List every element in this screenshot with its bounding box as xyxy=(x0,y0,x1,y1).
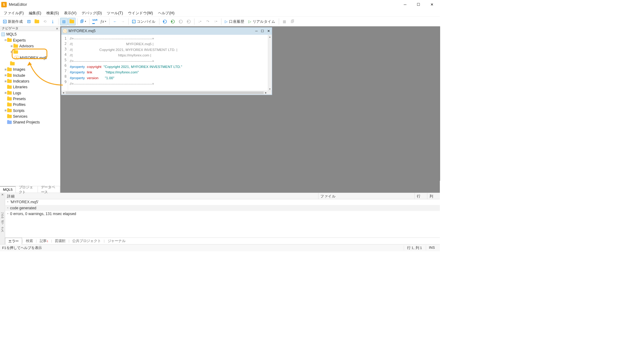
nav-tab-project[interactable]: プロジェクト xyxy=(16,186,38,193)
nav-tab-database[interactable]: データベース xyxy=(38,186,60,193)
run-button[interactable]: ▶ xyxy=(169,18,177,25)
tree-root[interactable]: ⬚ MQL5 xyxy=(0,32,60,37)
editor-titlebar[interactable]: 5 MYFOREX.mq5 ─ ☐ ✕ xyxy=(61,27,271,34)
forward-button[interactable]: → xyxy=(119,18,127,25)
mq5-file-icon: 5 xyxy=(15,56,18,59)
compile-button[interactable]: ✓ コンパイル xyxy=(130,18,157,25)
new-button[interactable]: + 新規作成 xyxy=(1,18,25,25)
stop-icon: ■ xyxy=(187,20,190,23)
code-editor[interactable]: //+-------------------------------------… xyxy=(68,35,268,91)
expander-icon[interactable]: ⊞ xyxy=(4,68,7,71)
fx-button[interactable]: ƒx▼ xyxy=(99,18,108,25)
layout-button-1[interactable]: ▤ xyxy=(60,18,68,25)
expander-icon[interactable]: ⊞ xyxy=(4,109,7,112)
nav-tab-mql5[interactable]: MQL5 xyxy=(0,186,16,193)
new-file-button[interactable]: + xyxy=(25,18,33,25)
back-button[interactable]: ← xyxy=(111,18,119,25)
tab-error[interactable]: エラー xyxy=(5,238,22,244)
copy-button[interactable]: 🗐▼ xyxy=(79,18,88,25)
grid-button[interactable]: ▦ xyxy=(281,18,288,25)
var-button[interactable]: VAR▬ xyxy=(91,18,99,25)
tree-profiles[interactable]: Profiles xyxy=(0,102,60,108)
tree-logs[interactable]: ⊞ Logs xyxy=(0,90,60,96)
layout-icon: ▤ xyxy=(62,19,66,24)
var-icon: VAR▬ xyxy=(92,19,97,24)
tree-folder-hidden2[interactable] xyxy=(0,61,60,66)
expander-icon[interactable]: ⊞ xyxy=(4,74,7,77)
expander-icon[interactable]: ⊟ xyxy=(4,39,7,42)
step-out-button[interactable]: ↑• xyxy=(212,18,220,25)
code-line: //+-------------------------------------… xyxy=(70,82,154,86)
tree-services[interactable]: Services xyxy=(0,113,60,119)
tree-images[interactable]: ⊞ Images xyxy=(0,67,60,72)
status-help: F1を押してヘルプを表示 xyxy=(2,245,42,250)
code-kw: #property xyxy=(70,76,85,80)
app-title: MetaEditor xyxy=(9,2,27,7)
stop-button[interactable]: ■ xyxy=(185,18,193,25)
menu-window[interactable]: ウインドウ(W) xyxy=(126,9,156,17)
minimize-button[interactable]: ─ xyxy=(398,0,412,9)
tree-libraries[interactable]: Libraries xyxy=(0,84,60,90)
navigator-tabs: MQL5 プロジェクト データベース xyxy=(0,186,60,193)
navigator-panel: ナビゲータ ✕ ⬚ MQL5 ⊟ Experts ⊞ Advisors ⊞ xyxy=(0,26,60,193)
expander-icon[interactable]: ⊞ xyxy=(10,45,13,48)
navigator-tree[interactable]: ⬚ MQL5 ⊟ Experts ⊞ Advisors ⊞ 5 MYFOREX.… xyxy=(0,31,60,186)
maximize-button[interactable]: ☐ xyxy=(412,0,425,9)
editor-maximize-button[interactable]: ☐ xyxy=(261,29,264,33)
pause-button[interactable]: ‖ xyxy=(177,18,184,25)
tree-shared[interactable]: Shared Projects xyxy=(0,120,60,125)
open-button[interactable] xyxy=(33,18,41,25)
step-over-button[interactable]: ↷ xyxy=(204,18,211,25)
tree-myforex-file[interactable]: 5 MYFOREX.mq5 xyxy=(0,55,60,61)
code-attr: version xyxy=(87,76,99,80)
menu-debug[interactable]: デバッグ(D) xyxy=(79,9,104,17)
tree-advisors[interactable]: ⊞ Advisors xyxy=(0,43,60,49)
menu-view[interactable]: 表示(V) xyxy=(61,9,79,17)
tab-library[interactable]: 図書館 xyxy=(52,238,69,244)
tree-folder-hidden[interactable]: ⊞ xyxy=(0,49,60,55)
play-button[interactable]: ▶ xyxy=(161,18,169,25)
tab-public[interactable]: 公共プロジェクト xyxy=(69,238,104,244)
folder-icon xyxy=(7,109,12,112)
menu-help[interactable]: ヘルプ(H) xyxy=(155,9,177,17)
navigator-close-button[interactable]: ✕ xyxy=(56,27,58,30)
expander-icon[interactable]: ⊞ xyxy=(4,80,7,83)
tree-include[interactable]: ⊞ Include xyxy=(0,72,60,78)
col-file[interactable]: ファイル xyxy=(318,193,415,199)
table-row[interactable]: code generated xyxy=(5,205,440,211)
toolbox-close-button[interactable]: ✕ xyxy=(0,193,5,197)
new-icon: + xyxy=(3,20,6,23)
tab-articles[interactable]: 記事1 xyxy=(37,238,51,244)
save-all-button[interactable]: ⭳ xyxy=(49,18,57,25)
status-position: 行 1, 列 1 xyxy=(404,245,425,250)
col-row[interactable]: 行 xyxy=(415,193,427,199)
save-button[interactable]: ⟲ xyxy=(41,18,49,25)
tab-journal[interactable]: ジャーナル xyxy=(105,238,128,244)
menu-search[interactable]: 検索(S) xyxy=(44,9,61,17)
editor-close-button[interactable]: ✕ xyxy=(267,29,270,33)
tree-experts[interactable]: ⊟ Experts xyxy=(0,37,60,43)
tree-presets[interactable]: Presets xyxy=(0,96,60,102)
realtime-button[interactable]: ▷ リアルタイム xyxy=(247,18,277,25)
expander-icon[interactable]: ⊞ xyxy=(10,50,13,53)
copy2-button[interactable]: 🗐 xyxy=(288,18,296,25)
tree-scripts[interactable]: ⊞ Scripts xyxy=(0,108,60,113)
expander-icon[interactable]: ⊞ xyxy=(4,92,7,95)
editor-minimize-button[interactable]: ─ xyxy=(255,29,258,33)
navigator-title-bar: ナビゲータ ✕ xyxy=(0,26,60,31)
layout-button-2[interactable] xyxy=(68,18,76,25)
col-col[interactable]: 列 xyxy=(427,193,440,199)
app-icon: 5 xyxy=(1,2,7,7)
editor-vscrollbar[interactable]: ▲ ▼ xyxy=(268,35,271,91)
menu-tools[interactable]: ツール(T) xyxy=(104,9,126,17)
step-in-button[interactable]: ↓• xyxy=(196,18,204,25)
close-button[interactable]: ✕ xyxy=(425,0,439,9)
table-row[interactable]: 0 errors, 0 warnings, 131 msec elapsed xyxy=(5,211,440,217)
menu-edit[interactable]: 編集(E) xyxy=(26,9,44,17)
tab-search[interactable]: 検索 xyxy=(23,238,36,244)
history-button[interactable]: ▷ 口座履歴 xyxy=(223,18,246,25)
table-row[interactable]: 'MYFOREX.mq5' xyxy=(5,199,440,205)
tree-indicators[interactable]: ⊞ Indicators xyxy=(0,78,60,84)
menu-file[interactable]: ファイル(F) xyxy=(1,9,26,17)
editor-hscrollbar[interactable]: ◀▶ xyxy=(61,91,271,94)
